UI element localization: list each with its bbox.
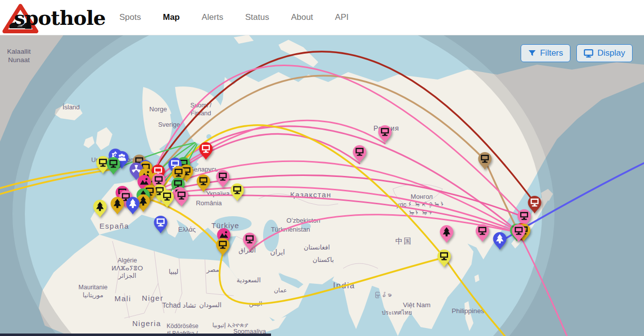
display-button-label: Display: [597, 48, 625, 58]
map-place-label: Беларусь: [190, 166, 218, 173]
map-place-label: Tchad تشاد: [162, 301, 196, 309]
map-place-label: مصر: [206, 266, 219, 274]
nav-map[interactable]: Map: [163, 12, 180, 22]
pin-glyph: [477, 152, 492, 170]
map-place-label: ประเทศไทย: [381, 309, 412, 316]
app-window: spothole Spots Map Alerts Status About A…: [0, 0, 644, 336]
pin-glyph: [475, 224, 490, 243]
map-place-label: ليبيا: [169, 268, 179, 275]
nav-about[interactable]: About: [291, 12, 313, 22]
map-pin-monitor[interactable]: [475, 224, 490, 243]
map-pin-tree[interactable]: [125, 196, 140, 215]
footer-strip: [0, 334, 271, 336]
pin-glyph: [437, 249, 452, 268]
map-place-label: Niger: [142, 294, 163, 302]
pin-glyph: [160, 189, 175, 208]
pin-glyph: [125, 196, 140, 215]
pin-glyph: [153, 215, 168, 234]
map-place-label: باكستان: [313, 256, 334, 263]
pin-glyph: [174, 188, 189, 207]
filters-button[interactable]: Filters: [521, 44, 570, 62]
map-buttons: Filters Display: [521, 44, 633, 62]
map-pin-monitor[interactable]: [242, 232, 257, 251]
map-pin-monitor[interactable]: [106, 157, 121, 175]
landmass: [474, 274, 479, 282]
map-pin-monitor[interactable]: [215, 238, 230, 256]
landmass: [84, 136, 94, 148]
landmass: [234, 35, 254, 44]
map-pin-tree[interactable]: [110, 196, 125, 215]
map-canvas: KalaallitNunaatÍslandNorgeSverigeSuomi /…: [0, 35, 644, 336]
pin-glyph: [230, 183, 245, 202]
map-pin-monitor[interactable]: [377, 125, 392, 144]
map-pin-monitor[interactable]: [196, 174, 211, 193]
map-pin-monitor[interactable]: [511, 224, 526, 243]
main-nav: Spots Map Alerts Status About API: [119, 0, 349, 35]
map-pin-monitor[interactable]: [437, 249, 452, 268]
map-pin-monitor[interactable]: [160, 189, 175, 208]
map-place-label: Philippines: [452, 307, 484, 315]
route-arc: [444, 257, 505, 336]
map-pin-monitor[interactable]: [230, 183, 245, 202]
map-place-label: عمان: [274, 287, 287, 294]
map-place-label: မြန်မာ: [374, 292, 392, 299]
map-pin-tree[interactable]: [492, 232, 507, 251]
top-navbar: spothole Spots Map Alerts Status About A…: [0, 0, 644, 35]
map-place-label: Ísland: [63, 103, 80, 111]
pin-glyph: [492, 232, 507, 251]
map-place-label: România: [196, 199, 222, 207]
pin-glyph: [92, 199, 107, 218]
map-pin-tree[interactable]: [439, 225, 454, 244]
nav-status[interactable]: Status: [245, 12, 269, 22]
map-place-label: ایران: [270, 248, 285, 256]
pin-glyph: [106, 157, 121, 175]
pin-glyph: [242, 232, 257, 251]
pin-glyph: [215, 169, 230, 188]
map-pin-monitor[interactable]: [198, 142, 213, 161]
map-place-label: Norge: [149, 105, 167, 113]
filter-funnel-icon: [528, 49, 536, 57]
map-pin-monitor[interactable]: [352, 145, 367, 164]
brand-name: spothole: [14, 6, 105, 29]
map-place-label: Nigeria: [132, 319, 161, 328]
map-place-label: السعودية: [237, 276, 261, 284]
nav-api[interactable]: API: [335, 12, 349, 22]
map-place-label: Mauritanieموريتانيا: [79, 284, 107, 299]
pin-glyph: [352, 145, 367, 164]
nav-spots[interactable]: Spots: [119, 12, 141, 22]
map-place-label: 中国: [395, 237, 412, 245]
map-place-label: Việt Nam: [403, 301, 430, 309]
pin-glyph: [198, 142, 213, 161]
map-container[interactable]: KalaallitNunaatÍslandNorgeSverigeSuomi /…: [0, 35, 644, 336]
pin-glyph: [377, 125, 392, 144]
map-place-label: افغانستان: [304, 244, 330, 251]
map-pin-tree[interactable]: [92, 199, 107, 218]
landmass: [96, 127, 112, 150]
map-place-label: España: [99, 222, 129, 230]
filters-button-label: Filters: [540, 48, 563, 58]
map-pin-monitor[interactable]: [215, 169, 230, 188]
pin-glyph: [215, 238, 230, 256]
pin-glyph: [511, 224, 526, 243]
display-monitor-icon: [584, 49, 593, 58]
map-place-label: Sverige: [158, 121, 180, 128]
brand-logo[interactable]: spothole: [1, 1, 105, 34]
map-place-label: Mali: [114, 294, 131, 303]
map-place-label: Ελλάς: [178, 226, 195, 233]
map-pin-monitor[interactable]: [153, 215, 168, 234]
landmass: [464, 301, 473, 331]
pin-glyph: [110, 196, 125, 215]
map-pin-monitor[interactable]: [174, 188, 189, 207]
display-button[interactable]: Display: [576, 44, 633, 62]
nav-alerts[interactable]: Alerts: [201, 12, 223, 22]
pin-glyph: [439, 225, 454, 244]
pin-glyph: [196, 174, 211, 193]
map-pin-monitor[interactable]: [477, 152, 492, 170]
map-place-label: السودان: [199, 301, 222, 309]
